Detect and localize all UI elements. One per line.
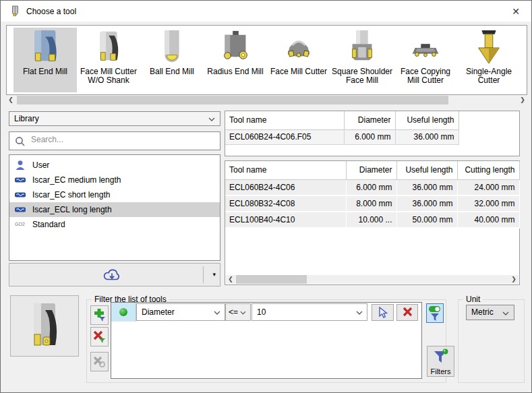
toolbar-item-square-shoulder-face-mill[interactable]: Square Shoulder Face Mill	[330, 28, 394, 92]
chevron-down-icon	[240, 311, 246, 315]
cell-useful-length[interactable]: 36.000 mm	[395, 129, 459, 144]
cell-useful-length[interactable]: 50.000 mm	[396, 212, 457, 228]
toolbar-item-face-mill-cutter[interactable]: Face Mill Cutter	[267, 28, 330, 92]
column-header[interactable]: Tool name	[225, 161, 346, 179]
add-filter-button[interactable]	[90, 305, 109, 325]
scroll-left-icon[interactable]: ❮	[226, 275, 235, 284]
table-row[interactable]: ECL060B24-4C06.F05 6.000 mm 36.000 mm	[225, 129, 459, 144]
cell-tool-name[interactable]: ECL060B24-4C06	[225, 179, 346, 195]
tool-list-scrollbar[interactable]: ❮ ❯	[226, 275, 519, 284]
column-header[interactable]: Diameter	[346, 161, 396, 179]
divider	[203, 266, 204, 283]
table-row[interactable]: ECL100B40-4C10 10.000 ... 50.000 mm 40.0…	[225, 212, 519, 228]
unit-value: Metric	[471, 307, 494, 317]
column-header[interactable]: Tool name	[225, 111, 344, 129]
filter-operator-value: <=	[229, 307, 238, 317]
toolbar-item-face-copying-mill-cutter[interactable]: Face Copying Mill Cutter	[394, 28, 457, 92]
ball-end-mill-icon	[152, 29, 191, 65]
table-row[interactable]: ECL080B32-4C08 8.000 mm 36.000 mm 32.000…	[225, 195, 519, 212]
toolbar-item-flat-end-mill[interactable]: Flat End Mill	[13, 28, 77, 92]
tool-strip-scrollbar[interactable]: ❮ ❯	[6, 96, 527, 104]
filter-value-input[interactable]	[257, 304, 345, 320]
close-button[interactable]: ✕	[507, 4, 525, 19]
toolbar-item-label: Face Mill Cutter	[267, 67, 330, 76]
toolbar-item-label: Radius End Mill	[204, 67, 267, 76]
chevron-down-icon	[502, 311, 509, 315]
toolbar-item-ball-end-mill[interactable]: Ball End Mill	[140, 28, 204, 92]
cell-diameter[interactable]: 6.000 mm	[346, 179, 396, 195]
library-source-select[interactable]: Library	[9, 111, 220, 126]
close-icon: ✕	[512, 6, 520, 17]
tree-item-user[interactable]: User	[9, 158, 220, 173]
scroll-right-icon[interactable]: ❯	[518, 96, 527, 104]
chevron-down-icon	[214, 311, 220, 315]
download-dropdown-arrow[interactable]: ▾	[212, 271, 216, 278]
table-row[interactable]: ECL060B24-4C06 6.000 mm 36.000 mm 24.000…	[225, 179, 519, 195]
tree-item-label: Standard	[32, 220, 65, 229]
cell-cutting-length[interactable]: 40.000 mm	[457, 212, 519, 228]
scroll-right-icon[interactable]: ❯	[509, 275, 519, 284]
filter-status-cell[interactable]	[111, 303, 136, 322]
iscar-logo-icon	[15, 175, 26, 185]
filter-field-select[interactable]: Diameter	[136, 303, 225, 321]
delete-filter-row-button[interactable]	[396, 304, 418, 321]
search-box	[9, 131, 220, 150]
tree-item-iscar-ec-short[interactable]: Iscar_EC short length	[9, 187, 220, 202]
scrollbar-thumb[interactable]	[236, 275, 307, 284]
scrollbar-thumb[interactable]	[17, 96, 448, 104]
toolbar-item-radius-end-mill[interactable]: Radius End Mill	[204, 28, 267, 92]
cell-tool-name[interactable]: ECL060B24-4C06.F05	[225, 129, 344, 144]
cell-diameter[interactable]: 8.000 mm	[346, 195, 396, 212]
pointer-cursor-icon	[377, 307, 388, 319]
toolbar-item-label: Flat End Mill	[13, 67, 77, 76]
toggle-funnel-icon	[428, 305, 442, 322]
title-bar: Choose a tool ✕	[1, 1, 531, 22]
tree-item-label: Iscar_ECL long length	[32, 205, 112, 214]
cell-diameter[interactable]: 6.000 mm	[344, 129, 395, 144]
chevron-down-icon	[208, 117, 215, 121]
cell-diameter[interactable]: 10.000 ...	[346, 212, 396, 228]
column-header[interactable]: Diameter	[344, 111, 395, 129]
filter-active-dot-icon	[119, 308, 127, 316]
cell-tool-name[interactable]: ECL080B32-4C08	[225, 195, 346, 212]
column-header[interactable]: Useful length	[395, 111, 459, 129]
go2-logo-icon: GO2	[15, 219, 25, 230]
tree-item-standard[interactable]: GO2 Standard	[9, 217, 220, 232]
cell-cutting-length[interactable]: 24.000 mm	[457, 179, 519, 195]
selected-tool-table: Tool name Diameter Useful length ECL060B…	[225, 111, 459, 145]
filter-row[interactable]: Diameter <=	[111, 303, 421, 322]
tool-type-strip: Flat End Mill Face Mill Cutter W/O Shank…	[6, 25, 527, 95]
filter-operator-select[interactable]: <=	[225, 303, 251, 321]
pick-value-button[interactable]	[372, 304, 394, 321]
tree-item-iscar-ecl-long[interactable]: Iscar_ECL long length	[9, 202, 220, 217]
toolbar-item-label: Square Shoulder Face Mill	[330, 67, 394, 85]
filters-button[interactable]: Filters	[427, 346, 454, 377]
end-mill-window-icon	[11, 5, 20, 17]
cell-cutting-length[interactable]: 32.000 mm	[457, 195, 519, 212]
selected-tool-panel: Tool name Diameter Useful length ECL060B…	[225, 111, 520, 156]
remove-filter-button[interactable]	[90, 327, 109, 346]
tool-preview-image	[27, 302, 62, 351]
column-header[interactable]: Useful length	[396, 161, 457, 179]
toolbar-item-label: Face Mill Cutter W/O Shank	[77, 67, 140, 85]
cell-tool-name[interactable]: ECL100B40-4C10	[225, 212, 346, 228]
toolbar-item-label: Single-Angle Cutter	[457, 67, 521, 85]
toolbar-item-face-mill-cutter-wo-shank[interactable]: Face Mill Cutter W/O Shank	[77, 28, 140, 92]
cell-useful-length[interactable]: 36.000 mm	[396, 195, 457, 212]
download-tools-button[interactable]: ▾	[9, 263, 220, 286]
toggle-filters-button[interactable]	[426, 303, 444, 323]
column-header[interactable]: Cutting length	[457, 161, 519, 179]
cell-useful-length[interactable]: 36.000 mm	[396, 179, 457, 195]
unlink-disabled-icon	[93, 355, 106, 368]
toolbar-item-single-angle-cutter[interactable]: Single-Angle Cutter	[457, 28, 521, 92]
search-input[interactable]	[31, 135, 213, 144]
toolbar-item-label: Face Copying Mill Cutter	[394, 67, 457, 85]
filter-value-combo[interactable]	[252, 303, 367, 321]
unlink-filter-button[interactable]	[90, 352, 109, 371]
face-mill-cutter-wo-shank-icon	[89, 29, 128, 65]
scroll-left-icon[interactable]: ❮	[6, 96, 16, 104]
tree-item-iscar-ec-medium[interactable]: Iscar_EC medium length	[9, 173, 220, 187]
library-tree: User Iscar_EC medium length Iscar_EC sho…	[9, 154, 220, 261]
face-mill-cutter-icon	[279, 29, 318, 65]
unit-select[interactable]: Metric	[466, 305, 514, 320]
